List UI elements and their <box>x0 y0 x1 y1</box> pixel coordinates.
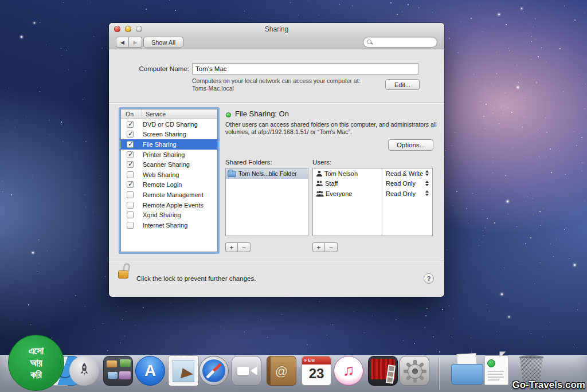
eagle-glyph <box>178 366 193 378</box>
green-bengali-badge: এসো আয় করি <box>8 335 64 391</box>
shared-folders-add-remove: + − <box>225 242 251 252</box>
status-green-dot <box>226 112 231 117</box>
permission-stepper[interactable] <box>425 190 429 196</box>
computer-name-input[interactable] <box>192 63 418 75</box>
nav-buttons: ◀ ▶ <box>116 37 142 48</box>
desktop-wallpaper: Sharing ◀ ▶ Show All Computer Name: Comp… <box>0 0 587 392</box>
service-row-file-sharing-selected[interactable]: ✓File Sharing <box>121 139 217 150</box>
services-header: On Service <box>121 109 217 119</box>
dock-itunes-icon[interactable]: ♫ <box>334 356 363 386</box>
window-chrome: Sharing ◀ ▶ Show All <box>109 23 444 49</box>
checkbox[interactable] <box>127 211 134 218</box>
add-shared-folder-button[interactable]: + <box>225 242 238 252</box>
titlebar[interactable]: Sharing <box>109 23 444 34</box>
dock-mission-control-icon[interactable] <box>103 356 133 386</box>
dock-downloads-folder-icon[interactable] <box>451 358 483 385</box>
file-sharing-status-title: File Sharing: On <box>235 109 289 118</box>
dock-divider <box>439 358 439 390</box>
checkbox[interactable] <box>127 202 134 209</box>
dock-document-icon[interactable] <box>484 355 508 385</box>
checkbox[interactable]: ✓ <box>127 151 134 158</box>
services-list: On Service ✓DVD or CD Sharing ✓Screen Sh… <box>120 109 218 252</box>
shared-folder-icon <box>228 171 236 177</box>
file-sharing-description: Other users can access shared folders on… <box>225 121 437 136</box>
service-row-printer[interactable]: ✓Printer Sharing <box>121 150 217 160</box>
checkbox[interactable]: ✓ <box>127 131 134 138</box>
service-row-dvd[interactable]: ✓DVD or CD Sharing <box>121 119 217 130</box>
dock-launchpad-icon[interactable] <box>69 356 99 386</box>
checkbox[interactable] <box>127 222 134 229</box>
checkbox[interactable] <box>127 171 134 178</box>
permission-value[interactable]: Read Only <box>386 190 416 197</box>
dock-photo-booth-icon[interactable] <box>368 356 398 386</box>
add-user-button[interactable]: + <box>312 242 325 252</box>
gear-icon <box>404 360 426 383</box>
dock-safari-icon[interactable] <box>199 356 229 386</box>
camera-glyph <box>237 367 249 375</box>
service-row-internet[interactable]: Internet Sharing <box>121 220 217 230</box>
computer-name-label: Computer Name: <box>109 65 189 72</box>
caption-line1: Computers on your local network can acce… <box>192 77 361 84</box>
shared-folder-name: Tom Nels...blic Folder <box>238 170 297 177</box>
toolbar: ◀ ▶ Show All <box>109 36 444 48</box>
watermark-text: Go-Travels.com <box>512 379 585 391</box>
col-on: On <box>121 111 142 117</box>
checkbox[interactable]: ✓ <box>127 121 134 128</box>
green-app-badge <box>487 359 495 367</box>
users-listbox: Tom Nelson Read & Write Staff Read Only … <box>312 168 433 236</box>
back-button[interactable]: ◀ <box>116 37 129 48</box>
service-row-scanner[interactable]: ✓Scanner Sharing <box>121 159 217 170</box>
group-users-icon <box>316 190 324 197</box>
section-divider <box>109 103 444 103</box>
checkbox[interactable]: ✓ <box>127 181 134 188</box>
dock-app-store-icon[interactable]: A <box>135 356 165 386</box>
user-row-everyone[interactable]: Everyone Read Only <box>313 189 432 199</box>
user-row-staff[interactable]: Staff Read Only <box>313 179 432 189</box>
show-all-button[interactable]: Show All <box>143 37 183 48</box>
calendar-month: FEB <box>302 356 331 364</box>
single-user-icon <box>316 170 323 177</box>
service-row-remote-management[interactable]: Remote Management <box>121 190 217 200</box>
permission-stepper[interactable] <box>425 181 429 186</box>
permission-value[interactable]: Read Only <box>386 180 416 187</box>
permission-value[interactable]: Read & Write <box>386 170 423 177</box>
dock-system-preferences-icon[interactable] <box>400 356 429 386</box>
sharing-window: Sharing ◀ ▶ Show All Computer Name: Comp… <box>109 23 444 297</box>
checkbox[interactable] <box>127 191 134 198</box>
options-button[interactable]: Options... <box>388 139 433 151</box>
remove-user-button[interactable]: − <box>325 242 338 252</box>
dock-facetime-icon[interactable] <box>232 356 261 386</box>
permission-stepper[interactable] <box>425 170 429 176</box>
search-field[interactable] <box>363 37 437 48</box>
service-row-remote-login[interactable]: ✓Remote Login <box>121 180 217 190</box>
edit-button[interactable]: Edit... <box>385 79 420 90</box>
unlocked-padlock-icon[interactable] <box>118 268 132 283</box>
rocket-glyph <box>76 362 93 379</box>
user-row-tom-nelson[interactable]: Tom Nelson Read & Write <box>313 168 432 179</box>
service-row-web[interactable]: Web Sharing <box>121 170 217 180</box>
music-note-glyph: ♫ <box>334 361 363 379</box>
users-label: Users: <box>312 159 331 166</box>
shared-folders-listbox: Tom Nels...blic Folder <box>225 168 308 236</box>
checkbox[interactable]: ✓ <box>127 141 134 148</box>
remove-shared-folder-button[interactable]: − <box>238 242 251 252</box>
service-row-remote-apple-events[interactable]: Remote Apple Events <box>121 200 217 210</box>
forward-button[interactable]: ▶ <box>129 37 142 48</box>
calendar-day: 23 <box>302 366 331 382</box>
checkbox[interactable]: ✓ <box>127 161 134 168</box>
dock-mail-icon[interactable] <box>169 356 198 386</box>
users-add-remove: + − <box>312 242 338 252</box>
search-icon <box>367 40 373 45</box>
service-row-xgrid[interactable]: Xgrid Sharing <box>121 210 217 220</box>
at-glyph: @ <box>267 364 296 379</box>
help-button[interactable]: ? <box>424 273 434 284</box>
service-row-screen[interactable]: ✓Screen Sharing <box>121 130 217 140</box>
shared-folder-row[interactable]: Tom Nels...blic Folder <box>226 168 308 179</box>
caption-line2: Toms-Mac.local <box>192 85 234 92</box>
dock-calendar-icon[interactable]: FEB 23 <box>302 356 331 386</box>
lock-hint-text: Click the lock to prevent further change… <box>136 275 256 282</box>
two-users-icon <box>316 180 323 187</box>
dock-address-book-icon[interactable]: @ <box>267 356 296 386</box>
footer-divider <box>109 261 444 261</box>
window-title: Sharing <box>109 25 444 33</box>
